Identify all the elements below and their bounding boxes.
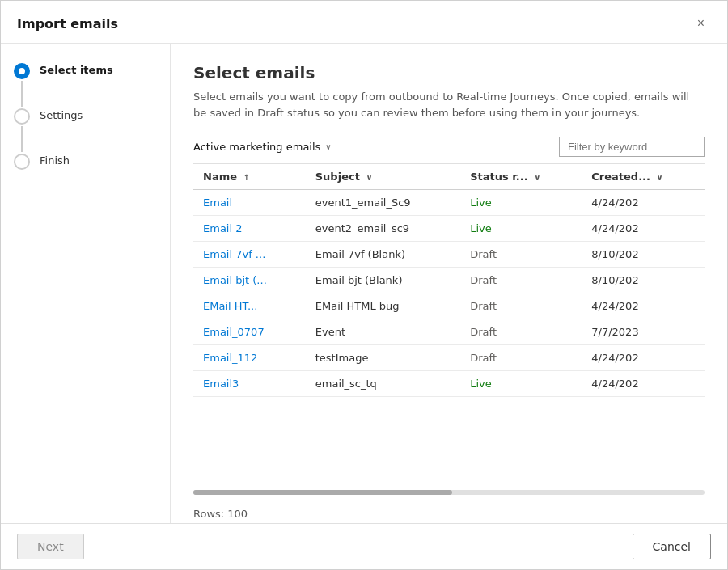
next-button[interactable]: Next (17, 534, 84, 559)
cancel-button[interactable]: Cancel (633, 534, 711, 559)
email-link-2[interactable]: Email 7vf ... (203, 248, 265, 260)
cell-name-5: Email_0707 (193, 319, 306, 345)
dialog-header: Import emails × (1, 1, 727, 44)
rows-info: Rows: 100 (193, 501, 705, 523)
cell-subject-7: email_sc_tq (306, 371, 460, 397)
cell-name-0: Email (193, 190, 306, 216)
step-circle-settings (14, 108, 30, 125)
sort-icon-created: ∨ (657, 173, 663, 182)
col-name[interactable]: Name ↑ (193, 164, 306, 190)
step-label-finish: Finish (40, 154, 70, 167)
cell-created-4: 4/24/202 (582, 293, 705, 319)
cell-name-4: EMail HT... (193, 293, 306, 319)
step-settings: Settings (14, 108, 157, 154)
main-content: Select emails Select emails you want to … (171, 44, 727, 523)
cell-status-6: Draft (460, 345, 582, 371)
col-subject[interactable]: Subject ∨ (306, 164, 460, 190)
keyword-filter-input[interactable] (559, 137, 705, 157)
cell-created-1: 4/24/202 (582, 216, 705, 242)
cell-subject-5: Event (306, 319, 460, 345)
cell-name-7: Email3 (193, 371, 306, 397)
cell-created-0: 4/24/202 (582, 190, 705, 216)
cell-name-6: Email_112 (193, 345, 306, 371)
step-finish: Finish (14, 154, 157, 170)
cell-status-1: Live (460, 216, 582, 242)
col-status[interactable]: Status r... ∨ (460, 164, 582, 190)
table-row: Email bjt (... Email bjt (Blank) Draft 8… (193, 268, 705, 293)
cell-created-6: 4/24/202 (582, 345, 705, 371)
dialog-footer: Next Cancel (1, 523, 727, 569)
cell-name-2: Email 7vf ... (193, 242, 306, 268)
cell-status-5: Draft (460, 319, 582, 345)
step-select-items: Select items (14, 63, 157, 108)
email-link-0[interactable]: Email (203, 196, 232, 209)
email-link-7[interactable]: Email3 (203, 378, 239, 390)
cell-subject-6: testImage (306, 345, 460, 371)
step-circle-finish (14, 154, 30, 170)
cell-status-4: Draft (460, 293, 582, 319)
cell-name-3: Email bjt (... (193, 268, 306, 293)
step-label-select-items: Select items (40, 63, 113, 76)
cell-subject-0: event1_email_Sc9 (306, 190, 460, 216)
table-row: Email_112 testImage Draft 4/24/202 (193, 345, 705, 371)
email-link-3[interactable]: Email bjt (... (203, 274, 267, 286)
toolbar: Active marketing emails ∨ (193, 137, 705, 157)
email-link-6[interactable]: Email_112 (203, 352, 257, 364)
section-title: Select emails (193, 63, 705, 82)
table-row: Email 7vf ... Email 7vf (Blank) Draft 8/… (193, 242, 705, 268)
col-created[interactable]: Created... ∨ (582, 164, 705, 190)
step-circle-select-items (14, 63, 30, 79)
filter-chevron-icon: ∨ (325, 142, 331, 151)
email-link-4[interactable]: EMail HT... (203, 300, 257, 312)
filter-label: Active marketing emails (193, 141, 320, 153)
cell-status-7: Live (460, 371, 582, 397)
table-header-row: Name ↑ Subject ∨ Status r... ∨ (193, 164, 705, 190)
table-row: Email 2 event2_email_sc9 Live 4/24/202 (193, 216, 705, 242)
cell-status-3: Draft (460, 268, 582, 293)
table-row: Email3 email_sc_tq Live 4/24/202 (193, 371, 705, 397)
cell-subject-2: Email 7vf (Blank) (306, 242, 460, 268)
dialog-body: Select items Settings Finish Select emai… (1, 44, 727, 523)
emails-table: Name ↑ Subject ∨ Status r... ∨ (193, 164, 705, 397)
cell-name-1: Email 2 (193, 216, 306, 242)
step-line-2 (21, 126, 23, 152)
cell-status-2: Draft (460, 242, 582, 268)
cell-status-0: Live (460, 190, 582, 216)
email-link-5[interactable]: Email_0707 (203, 326, 265, 338)
step-line-1 (21, 81, 23, 107)
table-row: Email event1_email_Sc9 Live 4/24/202 (193, 190, 705, 216)
table-row: Email_0707 Event Draft 7/7/2023 (193, 319, 705, 345)
sidebar: Select items Settings Finish (1, 44, 171, 523)
emails-table-wrap: Name ↑ Subject ∨ Status r... ∨ (193, 163, 705, 487)
close-button[interactable]: × (691, 14, 711, 33)
sort-icon-name: ↑ (243, 173, 250, 182)
scrollbar-thumb (193, 490, 452, 495)
email-link-1[interactable]: Email 2 (203, 222, 242, 234)
section-description: Select emails you want to copy from outb… (193, 89, 705, 120)
cell-subject-1: event2_email_sc9 (306, 216, 460, 242)
cell-created-2: 8/10/202 (582, 242, 705, 268)
table-row: EMail HT... EMail HTML bug Draft 4/24/20… (193, 293, 705, 319)
cell-created-3: 8/10/202 (582, 268, 705, 293)
dialog-title: Import emails (17, 16, 118, 32)
import-emails-dialog: Import emails × Select items Settings (0, 0, 728, 570)
sort-icon-status: ∨ (534, 173, 540, 182)
active-marketing-filter[interactable]: Active marketing emails ∨ (193, 141, 332, 153)
cell-created-5: 7/7/2023 (582, 319, 705, 345)
cell-created-7: 4/24/202 (582, 371, 705, 397)
horizontal-scrollbar[interactable] (193, 490, 705, 495)
sort-icon-subject: ∨ (366, 173, 372, 182)
step-label-settings: Settings (40, 108, 83, 121)
cell-subject-4: EMail HTML bug (306, 293, 460, 319)
cell-subject-3: Email bjt (Blank) (306, 268, 460, 293)
